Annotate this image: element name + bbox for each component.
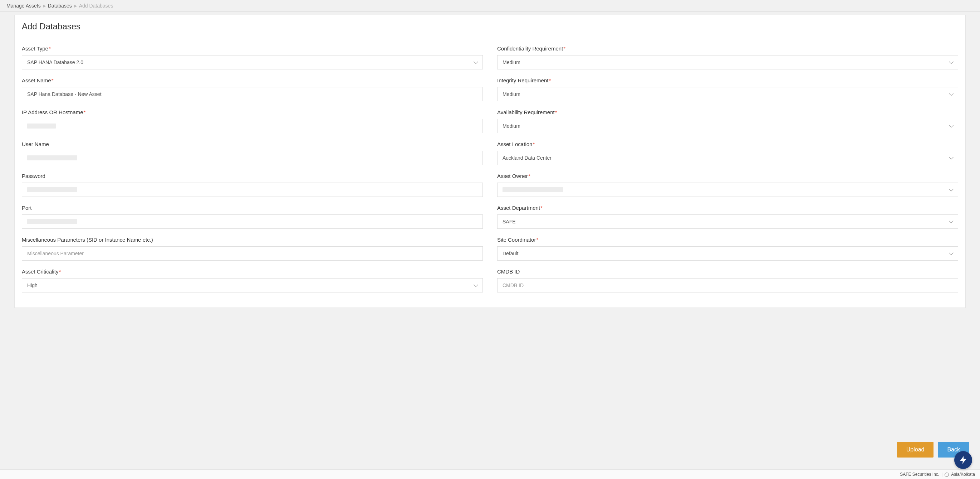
port-label: Port (22, 205, 483, 211)
upload-button[interactable]: Upload (897, 442, 934, 458)
site-coord-select[interactable]: Default (497, 246, 958, 260)
location-label: Asset Location* (497, 141, 958, 147)
help-fab[interactable] (954, 451, 972, 469)
confidentiality-select[interactable]: Medium (497, 55, 958, 69)
form-column-right: Confidentiality Requirement* Medium Inte… (497, 45, 958, 300)
confidentiality-value: Medium (503, 59, 520, 65)
redacted-value (503, 187, 563, 192)
confidentiality-label: Confidentiality Requirement* (497, 45, 958, 51)
cmdb-id-input-wrap (497, 278, 958, 292)
department-value: SAFE (503, 219, 516, 225)
criticality-select[interactable]: High (22, 278, 483, 292)
password-input[interactable] (22, 183, 483, 197)
site-coord-label: Site Coordinator* (497, 236, 958, 243)
cmdb-id-label: CMDB ID (497, 268, 958, 275)
misc-input-wrap (22, 246, 483, 260)
breadcrumb-item[interactable]: Databases (48, 3, 72, 9)
availability-select[interactable]: Medium (497, 119, 958, 133)
owner-select[interactable] (497, 183, 958, 197)
redacted-value (27, 155, 77, 160)
clock-icon (945, 473, 949, 477)
department-label: Asset Department* (497, 205, 958, 211)
bolt-icon (959, 455, 968, 465)
breadcrumb: Manage Assets ▶ Databases ▶ Add Database… (0, 0, 980, 12)
ip-host-input[interactable] (22, 119, 483, 133)
asset-name-input[interactable] (27, 87, 477, 101)
port-input[interactable] (22, 214, 483, 229)
redacted-value (27, 123, 56, 129)
location-value: Auckland Data Center (503, 155, 552, 161)
cmdb-id-input[interactable] (503, 278, 953, 292)
redacted-value (27, 219, 77, 224)
department-select[interactable]: SAFE (497, 214, 958, 229)
integrity-value: Medium (503, 91, 520, 97)
user-name-input[interactable] (22, 151, 483, 165)
form-column-left: Asset Type* SAP HANA Database 2.0 Asset … (22, 45, 483, 300)
redacted-value (27, 187, 77, 192)
page-title: Add Databases (22, 21, 958, 32)
asset-type-value: SAP HANA Database 2.0 (27, 59, 83, 65)
asset-name-label: Asset Name* (22, 77, 483, 83)
misc-label: Miscellaneous Parameters (SID or Instanc… (22, 236, 483, 243)
footer-company: SAFE Securities Inc. (900, 472, 939, 477)
footer-timezone: Asia/Kolkata (951, 472, 975, 477)
separator: | (941, 472, 942, 477)
location-select[interactable]: Auckland Data Center (497, 151, 958, 165)
availability-label: Availability Requirement* (497, 109, 958, 115)
footer: SAFE Securities Inc. | Asia/Kolkata (0, 469, 980, 479)
user-name-label: User Name (22, 141, 483, 147)
criticality-value: High (27, 283, 38, 288)
asset-name-input-wrap (22, 87, 483, 101)
site-coord-value: Default (503, 251, 518, 256)
owner-label: Asset Owner* (497, 173, 958, 179)
chevron-right-icon: ▶ (74, 3, 77, 8)
asset-type-select[interactable]: SAP HANA Database 2.0 (22, 55, 483, 69)
chevron-right-icon: ▶ (43, 3, 46, 8)
breadcrumb-current: Add Databases (79, 3, 113, 9)
integrity-label: Integrity Requirement* (497, 77, 958, 83)
integrity-select[interactable]: Medium (497, 87, 958, 101)
criticality-label: Asset Criticality* (22, 268, 483, 275)
asset-type-label: Asset Type* (22, 45, 483, 51)
breadcrumb-item[interactable]: Manage Assets (6, 3, 41, 9)
form-card: Add Databases Asset Type* SAP HANA Datab… (14, 15, 966, 308)
availability-value: Medium (503, 123, 520, 129)
password-label: Password (22, 173, 483, 179)
ip-host-label: IP Address OR Hostname* (22, 109, 483, 115)
misc-input[interactable] (27, 247, 477, 260)
